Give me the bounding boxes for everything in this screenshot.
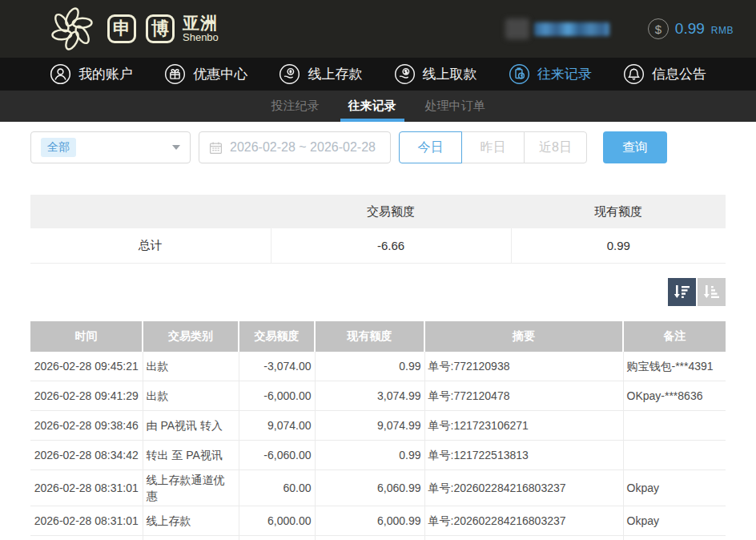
cell-remark: Okpay [623,506,726,536]
header-time: 时间 [30,321,143,352]
flower-logo-icon [46,3,98,54]
sort-descending-button[interactable] [668,278,696,306]
nav-label: 我的账户 [78,65,133,83]
cell-time: 2026-02-28 09:45:21 [30,352,143,381]
today-button[interactable]: 今日 [399,131,462,163]
cell-balance: 6,060.99 [315,470,424,506]
summary-total-label: 总计 [30,228,271,263]
yesterday-button[interactable]: 昨日 [461,131,525,163]
cell-summary: 单号:202602284216803237 [424,470,623,506]
table-row-partial [30,536,726,540]
cell-balance: 9,074.99 [315,411,424,441]
main-nav: 我的账户 优惠中心 线上存款 线上取款 往来记录 [0,58,756,91]
summary-header-transaction-amount: 交易额度 [271,195,511,228]
withdraw-coin-hand-icon [394,63,416,85]
brand-logo[interactable]: 申 博 亚洲 Shenbo [46,3,219,54]
date-range-picker[interactable]: 2026-02-28 ~ 2026-02-28 [199,131,391,163]
logo-region-cn: 亚洲 [183,14,219,32]
balance-display[interactable]: $ 0.99 RMB [648,18,734,39]
header-amount: 交易额度 [239,321,315,352]
cell-remark [623,536,726,540]
username-redacted [534,22,609,36]
cell-summary: 单号:121722513813 [424,441,623,470]
summary-header-current-balance: 现有额度 [511,195,726,228]
cell-amount: 9,074.00 [239,411,315,441]
nav-item-deposit[interactable]: 线上存款 [279,63,362,85]
cell-balance: 0.99 [315,441,424,470]
avatar [505,18,529,39]
summary-current-balance: 0.99 [511,228,726,263]
sort-amount-asc-icon [703,283,721,300]
cell-summary: 单号:772120478 [424,381,623,411]
cell-balance: 0.99 [315,352,424,381]
transactions-table: 时间 交易类别 交易额度 现有额度 摘要 备注 2026-02-28 09:45… [30,321,726,540]
header-remark: 备注 [623,321,726,352]
nav-label: 优惠中心 [193,65,247,83]
nav-item-announcements[interactable]: 信息公告 [623,63,706,85]
sort-amount-desc-icon [674,283,691,300]
gift-icon [164,63,186,85]
cell-summary [424,536,623,540]
cell-time: 2026-02-28 08:31:01 [30,470,143,506]
table-row: 2026-02-28 09:38:46 由 PA视讯 转入 9,074.00 9… [30,411,726,441]
cell-remark [623,441,726,470]
filter-row: 全部 2026-02-28 ~ 2026-02-28 今日 昨日 近8日 查询 [30,131,726,163]
chevron-down-icon [172,145,180,150]
cell-time: 2026-02-28 09:38:46 [30,411,143,441]
header-balance: 现有额度 [315,321,424,352]
quick-range-group: 今日 昨日 近8日 [399,131,587,163]
summary-table: 交易额度 现有额度 总计 -6.66 0.99 [30,195,726,264]
deposit-coin-hand-icon [279,63,300,85]
category-select[interactable]: 全部 [30,131,191,163]
search-button[interactable]: 查询 [603,131,667,163]
nav-label: 往来记录 [537,65,592,83]
tab-pending-orders[interactable]: 处理中订单 [417,91,493,122]
cell-type: 线上存款 [143,506,239,536]
user-account[interactable] [505,18,609,39]
summary-transaction-amount: -6.66 [271,228,511,263]
last-8-days-button[interactable]: 近8日 [524,131,587,163]
cell-amount: -3,074.00 [239,352,315,381]
cell-amount: -6,000.00 [239,381,315,411]
cell-remark: OKpay-***8636 [623,381,726,411]
cell-type: 线上存款通道优惠 [143,470,239,506]
tab-betting-records[interactable]: 投注纪录 [263,91,328,122]
logo-char-bo: 博 [146,14,175,43]
cell-balance: 6,000.99 [315,506,424,536]
top-header: 申 博 亚洲 Shenbo $ 0.99 RMB [0,0,756,58]
sort-controls [30,278,726,306]
cell-summary: 单号:772120938 [424,352,623,381]
cell-type: 出款 [143,381,239,411]
nav-label: 线上取款 [423,65,477,83]
summary-header-empty [30,195,271,228]
table-row: 2026-02-28 08:31:01 线上存款通道优惠 60.00 6,060… [30,470,726,506]
tab-transaction-records[interactable]: 往来记录 [340,91,404,122]
cell-time: 2026-02-28 08:34:42 [30,441,143,470]
records-clipboard-clock-icon [509,63,530,85]
cell-remark: Okpay [623,470,726,506]
nav-item-promotions[interactable]: 优惠中心 [164,63,247,85]
bell-icon [623,63,645,85]
cell-amount: 6,000.00 [239,506,315,536]
nav-item-withdraw[interactable]: 线上取款 [394,63,477,85]
cell-balance: 3,074.99 [315,381,424,411]
balance-amount: 0.99 [675,20,705,38]
cell-time: 2026-02-28 08:31:01 [30,506,143,536]
dollar-coin-icon: $ [648,18,669,39]
sort-ascending-button[interactable] [698,278,726,306]
category-selected-tag[interactable]: 全部 [41,138,76,157]
cell-type: 转出 至 PA视讯 [143,441,239,470]
cell-type [143,536,239,540]
nav-item-transaction-records[interactable]: 往来记录 [509,63,592,85]
user-icon [50,63,71,85]
cell-time: 2026-02-28 09:41:29 [30,381,143,411]
header-summary: 摘要 [424,321,623,352]
logo-region-text: 亚洲 Shenbo [183,14,219,43]
logo-region-en: Shenbo [183,32,219,43]
nav-item-my-account[interactable]: 我的账户 [50,63,133,85]
cell-remark [623,411,726,441]
date-range-value: 2026-02-28 ~ 2026-02-28 [230,140,376,155]
calendar-icon [209,141,223,155]
nav-label: 信息公告 [652,65,706,83]
header-type: 交易类别 [143,321,239,352]
